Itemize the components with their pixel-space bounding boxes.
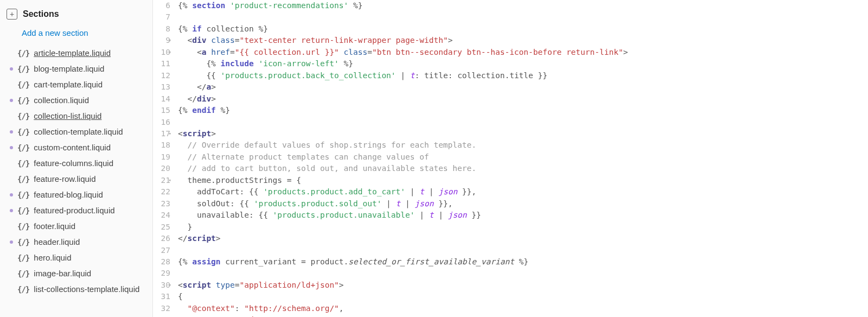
code-line[interactable]: <a href="{{ collection.url }}" class="bt…	[178, 47, 868, 58]
file-item[interactable]: {/}article-template.liquid	[0, 45, 152, 61]
code-line[interactable]	[178, 11, 868, 23]
file-item[interactable]: {/}list-collections-template.liquid	[0, 281, 152, 297]
file-item[interactable]: {/}feature-row.liquid	[0, 171, 152, 187]
file-name: blog-template.liquid	[34, 64, 104, 73]
modified-dot	[10, 209, 13, 212]
modified-dot	[10, 162, 13, 165]
line-number: 32	[153, 303, 170, 314]
file-item[interactable]: {/}collection-list.liquid	[0, 108, 152, 124]
file-item[interactable]: {/}featured-product.liquid	[0, 202, 152, 218]
modified-dot	[10, 288, 13, 291]
code-line[interactable]: addToCart: {{ 'products.product.add_to_c…	[178, 186, 868, 198]
file-name: header.liquid	[34, 237, 80, 246]
code-line[interactable]: </script>	[178, 233, 868, 244]
file-item[interactable]: {/}featured-blog.liquid	[0, 187, 152, 202]
file-name: feature-row.liquid	[34, 174, 95, 183]
liquid-file-icon: {/}	[17, 285, 29, 294]
file-name: cart-template.liquid	[34, 80, 103, 89]
modified-dot	[10, 52, 13, 55]
file-list: {/}article-template.liquid{/}blog-templa…	[0, 45, 152, 297]
code-line[interactable]: {% include 'icon-arrow-left' %}	[178, 58, 868, 69]
code-line[interactable]: <script>	[178, 128, 868, 140]
line-number: 31	[153, 291, 170, 302]
code-editor[interactable]: 6789▾10▾11121314151617▾18192021▾22232425…	[153, 0, 868, 317]
fold-icon[interactable]: ▾	[169, 282, 171, 289]
fold-icon[interactable]: ▾	[169, 177, 171, 184]
file-item[interactable]: {/}collection.liquid	[0, 92, 152, 108]
file-item[interactable]: {/}header.liquid	[0, 234, 152, 250]
modified-dot	[10, 193, 13, 196]
code-line[interactable]	[178, 245, 868, 256]
modified-dot	[10, 177, 13, 181]
liquid-file-icon: {/}	[17, 206, 29, 215]
code-line[interactable]	[178, 268, 868, 279]
add-section-icon	[7, 9, 17, 20]
file-name: feature-columns.liquid	[34, 158, 113, 168]
file-item[interactable]: {/}cart-template.liquid	[0, 77, 152, 92]
modified-dot	[10, 272, 13, 275]
liquid-file-icon: {/}	[17, 49, 29, 58]
fold-icon[interactable]: ▾	[169, 130, 171, 137]
code-line[interactable]: </a>	[178, 81, 868, 93]
liquid-file-icon: {/}	[17, 112, 29, 121]
code-line[interactable]: <div class="text-center return-link-wrap…	[178, 35, 868, 46]
code-area[interactable]: {% section 'product-recommendations' %} …	[176, 0, 868, 317]
line-number: 25	[153, 221, 170, 233]
code-line[interactable]: }	[178, 221, 868, 233]
code-line[interactable]: // add to cart button, sold out, and una…	[178, 163, 868, 174]
file-name: footer.liquid	[34, 221, 75, 231]
liquid-file-icon: {/}	[17, 128, 29, 136]
code-line[interactable]: "@context": "http://schema.org/",	[178, 303, 868, 314]
liquid-file-icon: {/}	[17, 80, 29, 89]
file-item[interactable]: {/}hero.liquid	[0, 250, 152, 265]
line-number: 20	[153, 163, 170, 174]
file-item[interactable]: {/}collection-template.liquid	[0, 124, 152, 140]
code-line[interactable]: // Override default values of shop.strin…	[178, 140, 868, 151]
file-item[interactable]: {/}blog-template.liquid	[0, 61, 152, 77]
line-number: 7	[153, 11, 170, 23]
file-name: list-collections-template.liquid	[34, 284, 139, 294]
file-name: collection.liquid	[34, 96, 89, 105]
liquid-file-icon: {/}	[17, 269, 29, 278]
code-line[interactable]: {	[178, 291, 868, 302]
file-item[interactable]: {/}custom-content.liquid	[0, 140, 152, 155]
fold-icon[interactable]: ▾	[169, 49, 171, 56]
code-line[interactable]: unavailable: {{ 'products.product.unavai…	[178, 210, 868, 221]
code-line[interactable]: soldOut: {{ 'products.product.sold_out' …	[178, 198, 868, 210]
line-number: 12	[153, 70, 170, 81]
code-line[interactable]: "@type": "Product",	[178, 314, 868, 317]
line-number: 19	[153, 151, 170, 163]
code-line[interactable]: {% endif %}	[178, 105, 868, 116]
modified-dot	[10, 83, 13, 86]
code-line[interactable]: // Alternate product templates can chang…	[178, 151, 868, 163]
code-line[interactable]: {% section 'product-recommendations' %}	[178, 0, 868, 11]
sections-header[interactable]: Sections	[0, 4, 152, 25]
modified-dot	[10, 115, 13, 118]
code-line[interactable]	[178, 117, 868, 128]
liquid-file-icon: {/}	[17, 96, 29, 105]
modified-dot	[10, 99, 13, 102]
modified-dot	[10, 67, 13, 71]
liquid-file-icon: {/}	[17, 253, 29, 262]
code-line[interactable]: {{ 'products.product.back_to_collection'…	[178, 70, 868, 81]
code-line[interactable]: </div>	[178, 93, 868, 105]
code-line[interactable]: {% if collection %}	[178, 23, 868, 35]
line-number: 18	[153, 140, 170, 151]
line-number-gutter: 6789▾10▾11121314151617▾18192021▾22232425…	[153, 0, 176, 317]
code-line[interactable]: <script type="application/ld+json">	[178, 280, 868, 291]
liquid-file-icon: {/}	[17, 143, 29, 152]
fold-icon[interactable]: ▾	[169, 37, 171, 44]
file-item[interactable]: {/}footer.liquid	[0, 218, 152, 234]
file-item[interactable]: {/}feature-columns.liquid	[0, 155, 152, 171]
line-number: 33	[153, 314, 170, 317]
file-item[interactable]: {/}image-bar.liquid	[0, 265, 152, 281]
add-new-section-link[interactable]: Add a new section	[0, 25, 152, 45]
code-line[interactable]: {% assign current_variant = product.sele…	[178, 256, 868, 268]
modified-dot	[10, 225, 13, 228]
file-name: featured-product.liquid	[34, 206, 114, 215]
code-line[interactable]: theme.productStrings = {	[178, 175, 868, 186]
line-number: 22	[153, 186, 170, 198]
liquid-file-icon: {/}	[17, 222, 29, 231]
line-number: 29	[153, 268, 170, 279]
liquid-file-icon: {/}	[17, 65, 29, 73]
